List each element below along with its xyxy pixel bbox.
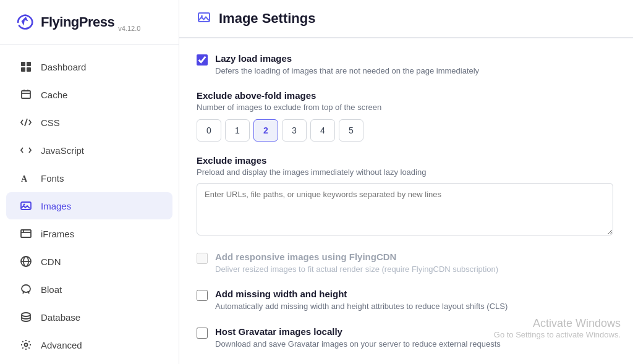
gravatar-checkbox[interactable] <box>197 328 208 339</box>
advanced-icon <box>20 339 32 351</box>
lazy-load-label: Lazy load images <box>215 53 479 64</box>
num-btn-5[interactable]: 5 <box>339 119 363 142</box>
sidebar-item-javascript-label: JavaScript <box>41 145 84 156</box>
gravatar-desc: Download and save Gravatar images on you… <box>215 339 501 350</box>
exclude-above-fold-desc: Number of images to exclude from top of … <box>197 103 613 112</box>
sidebar-item-css-label: CSS <box>41 117 60 128</box>
sidebar-nav: Dashboard Cache CSS JavaScript A <box>0 45 179 364</box>
iframes-icon <box>20 227 32 240</box>
database-icon <box>20 311 32 323</box>
sidebar-logo: FlyingPress v4.12.0 <box>0 0 179 45</box>
lazy-load-checkbox[interactable] <box>197 54 208 66</box>
sidebar-item-advanced-label: Advanced <box>41 340 82 350</box>
sidebar-item-advanced[interactable]: Advanced <box>6 331 172 358</box>
page-header-icon <box>197 10 211 27</box>
gravatar-label: Host Gravatar images locally <box>215 326 501 337</box>
page-header: Image Settings <box>179 0 633 38</box>
missing-dimensions-text: Add missing width and height Automatical… <box>215 289 508 312</box>
responsive-images-checkbox[interactable] <box>197 253 208 264</box>
num-btn-0[interactable]: 0 <box>197 119 221 142</box>
responsive-images-desc: Deliver resized images to fit actual ren… <box>215 264 498 275</box>
gravatar-setting: Host Gravatar images locally Download an… <box>197 326 613 350</box>
sidebar-item-cache-label: Cache <box>41 90 67 100</box>
sidebar: FlyingPress v4.12.0 Dashboard Cache CSS <box>0 0 179 364</box>
sidebar-item-dashboard-label: Dashboard <box>41 62 86 72</box>
sidebar-item-css[interactable]: CSS <box>6 109 172 136</box>
sidebar-item-images[interactable]: Images <box>6 192 172 219</box>
sidebar-item-bloat[interactable]: Bloat <box>6 276 172 303</box>
responsive-images-setting: Add responsive images using FlyingCDN De… <box>197 252 613 275</box>
cdn-icon <box>20 255 32 268</box>
exclude-images-label: Exclude images <box>197 155 613 166</box>
svg-point-19 <box>201 15 203 17</box>
sidebar-item-fonts[interactable]: A Fonts <box>6 164 172 192</box>
sidebar-item-javascript[interactable]: JavaScript <box>6 137 172 164</box>
svg-point-17 <box>25 344 28 347</box>
missing-dimensions-setting: Add missing width and height Automatical… <box>197 289 613 312</box>
exclude-above-fold-setting: Exclude above-fold images Number of imag… <box>197 90 613 142</box>
missing-dimensions-desc: Automatically add missing width and heig… <box>215 301 508 312</box>
sidebar-item-dashboard[interactable]: Dashboard <box>6 53 172 80</box>
missing-dimensions-checkbox-wrapper[interactable] <box>197 290 208 303</box>
dashboard-icon <box>20 61 32 73</box>
gravatar-text: Host Gravatar images locally Download an… <box>215 326 501 350</box>
bloat-icon <box>20 283 32 295</box>
main-content: Image Settings Lazy load images Defers t… <box>179 0 633 364</box>
app-version: v4.12.0 <box>118 25 140 32</box>
svg-point-16 <box>22 313 30 316</box>
responsive-images-label: Add responsive images using FlyingCDN <box>215 252 498 262</box>
images-icon <box>20 200 32 212</box>
lazy-load-text: Lazy load images Defers the loading of i… <box>215 53 479 77</box>
svg-text:A: A <box>21 174 28 184</box>
fonts-icon: A <box>20 172 32 184</box>
sidebar-item-cache[interactable]: Cache <box>6 81 172 108</box>
num-btn-2[interactable]: 2 <box>253 119 278 142</box>
javascript-icon <box>20 144 32 156</box>
sidebar-item-database[interactable]: Database <box>6 303 172 331</box>
missing-dimensions-checkbox[interactable] <box>197 290 208 301</box>
css-icon <box>20 116 32 129</box>
sidebar-item-database-label: Database <box>41 312 80 323</box>
sidebar-item-bloat-label: Bloat <box>41 284 62 295</box>
exclude-images-desc: Preload and display the images immediate… <box>197 167 613 177</box>
svg-rect-8 <box>21 230 31 237</box>
settings-section: Lazy load images Defers the loading of i… <box>179 38 633 364</box>
sidebar-item-fonts-label: Fonts <box>41 173 64 184</box>
sidebar-item-images-label: Images <box>41 201 71 211</box>
svg-rect-1 <box>27 62 31 66</box>
responsive-images-checkbox-wrapper[interactable] <box>197 253 208 266</box>
exclude-images-textarea[interactable] <box>197 183 613 235</box>
exclude-images-setting: Exclude images Preload and display the i… <box>197 155 613 238</box>
sidebar-item-cdn[interactable]: CDN <box>6 248 172 275</box>
cache-icon <box>20 88 32 101</box>
lazy-load-desc: Defers the loading of images that are no… <box>215 66 479 77</box>
missing-dimensions-label: Add missing width and height <box>215 289 508 299</box>
app-name: FlyingPress <box>41 14 114 30</box>
number-buttons-group: 0 1 2 3 4 5 <box>197 119 613 142</box>
num-btn-1[interactable]: 1 <box>225 119 250 142</box>
svg-rect-2 <box>21 67 25 72</box>
sidebar-item-cdn-label: CDN <box>41 256 61 267</box>
sidebar-item-iframes[interactable]: iFrames <box>6 220 172 247</box>
sidebar-item-iframes-label: iFrames <box>41 229 74 239</box>
page-title: Image Settings <box>219 11 315 27</box>
svg-rect-3 <box>27 67 31 72</box>
svg-rect-0 <box>21 62 25 66</box>
num-btn-3[interactable]: 3 <box>282 119 307 142</box>
exclude-above-fold-label: Exclude above-fold images <box>197 90 613 101</box>
gravatar-checkbox-wrapper[interactable] <box>197 328 208 341</box>
num-btn-4[interactable]: 4 <box>310 119 335 142</box>
lazy-load-checkbox-wrapper[interactable] <box>197 54 208 68</box>
responsive-images-text: Add responsive images using FlyingCDN De… <box>215 252 498 275</box>
svg-rect-18 <box>198 13 210 22</box>
lazy-load-setting: Lazy load images Defers the loading of i… <box>197 53 613 77</box>
svg-rect-4 <box>22 91 30 98</box>
logo-icon <box>14 11 36 33</box>
